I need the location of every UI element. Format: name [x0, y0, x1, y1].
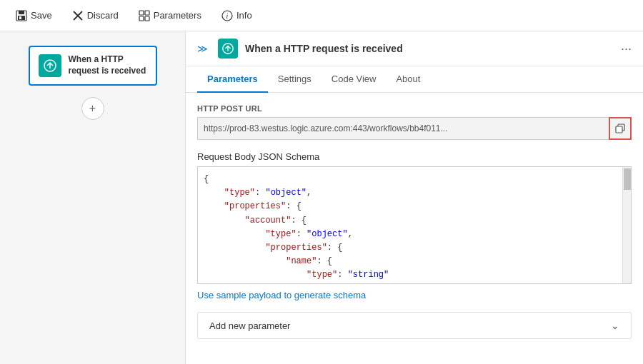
save-label: Save	[31, 10, 52, 21]
http-post-url-label: HTTP POST URL	[197, 104, 632, 113]
json-scrollbar-thumb	[624, 168, 631, 190]
tab-parameters[interactable]: Parameters	[197, 66, 268, 93]
save-icon	[16, 10, 27, 21]
add-icon: +	[89, 102, 96, 115]
add-step-button[interactable]: +	[81, 97, 104, 120]
svg-rect-7	[145, 11, 149, 15]
tab-code-view[interactable]: Code View	[322, 66, 387, 93]
json-editor[interactable]: { "type": "object", "properties": { "acc…	[197, 166, 632, 284]
svg-text:i: i	[226, 12, 229, 20]
tabs-bar: Parameters Settings Code View About	[186, 66, 643, 93]
tab-about[interactable]: About	[386, 66, 430, 93]
add-new-parameter-row[interactable]: Add new parameter ⌄	[197, 312, 632, 339]
tab-settings[interactable]: Settings	[268, 66, 322, 93]
main-area: When a HTTP request is received + ≫ When…	[0, 31, 643, 364]
save-button[interactable]: Save	[11, 7, 56, 24]
chevrons-icon[interactable]: ≫	[197, 43, 208, 54]
parameters-label: Parameters	[154, 10, 201, 21]
svg-rect-6	[139, 11, 144, 15]
discard-label: Discard	[87, 10, 119, 21]
canvas-panel: When a HTTP request is received +	[0, 31, 186, 364]
info-icon: i	[221, 10, 233, 21]
panel-header-icon	[218, 39, 238, 59]
panel-header: ≫ When a HTTP request is received ···	[186, 31, 643, 66]
detail-panel: ≫ When a HTTP request is received ··· Pa…	[186, 31, 643, 364]
schema-label: Request Body JSON Schema	[197, 151, 632, 162]
chevron-down-icon: ⌄	[611, 320, 619, 331]
panel-header-title: When a HTTP request is received	[245, 43, 614, 54]
toolbar: Save Discard Parameters i	[0, 0, 643, 31]
add-param-label: Add new parameter	[209, 320, 290, 331]
trigger-icon-wrap	[39, 54, 61, 77]
trigger-card[interactable]: When a HTTP request is received	[29, 46, 157, 86]
svg-rect-15	[616, 126, 622, 133]
http-post-url-input[interactable]	[197, 117, 609, 140]
more-options-icon[interactable]: ···	[621, 42, 632, 55]
svg-rect-3	[19, 16, 21, 19]
url-row	[197, 117, 632, 140]
parameters-icon	[139, 10, 150, 21]
svg-rect-8	[139, 16, 144, 21]
trigger-title: When a HTTP request is received	[69, 54, 147, 76]
copy-url-button[interactable]	[609, 117, 632, 140]
discard-icon	[72, 10, 84, 21]
json-scrollbar[interactable]	[622, 167, 631, 283]
panel-content: HTTP POST URL Request Body JSON Schema {…	[186, 93, 643, 364]
parameters-button[interactable]: Parameters	[134, 7, 206, 24]
info-button[interactable]: i Info	[217, 7, 256, 24]
info-label: Info	[236, 10, 252, 21]
sample-payload-link[interactable]: Use sample payload to generate schema	[197, 290, 366, 300]
svg-rect-1	[19, 11, 24, 14]
svg-rect-9	[145, 16, 149, 21]
discard-button[interactable]: Discard	[68, 7, 123, 24]
